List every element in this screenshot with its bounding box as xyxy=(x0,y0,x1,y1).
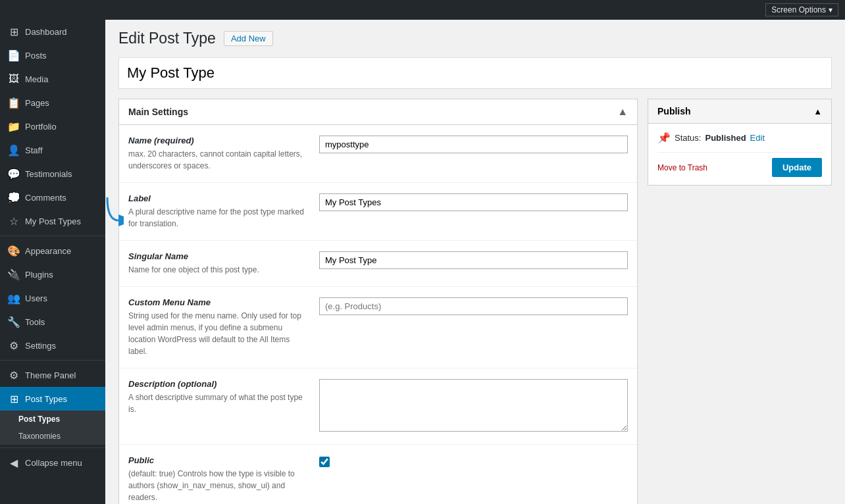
move-to-trash-link[interactable]: Move to Trash xyxy=(657,163,707,172)
sidebar-submenu-item-post-types[interactable]: Post Types xyxy=(0,411,105,428)
status-row: 📌 Status: Published Edit xyxy=(657,132,822,144)
field-label-col: Label A plural descriptive name for the … xyxy=(128,193,306,230)
field-input-col xyxy=(319,297,628,357)
field-label-singular: Singular Name xyxy=(128,251,306,261)
sidebar-item-pages[interactable]: 📋 Pages xyxy=(0,91,105,114)
media-icon: 🖼 xyxy=(8,73,20,85)
sidebar-item-label: Settings xyxy=(25,341,56,351)
sidebar-item-staff[interactable]: 👤 Staff xyxy=(0,138,105,162)
status-icon: 📌 xyxy=(657,132,671,144)
status-value: Published xyxy=(705,133,746,143)
staff-icon: 👤 xyxy=(8,144,20,156)
label-input[interactable] xyxy=(319,193,628,211)
sidebar-item-label: My Post Types xyxy=(25,216,81,226)
sidebar-item-collapse[interactable]: ◀ Collapse menu xyxy=(0,451,105,474)
sidebar: ⊞ Dashboard 📄 Posts 🖼 Media 📋 Pages 📁 Po… xyxy=(0,20,105,504)
sidebar-item-label: Theme Panel xyxy=(25,370,76,380)
sidebar-item-appearance[interactable]: 🎨 Appearance xyxy=(0,239,105,263)
field-row-singular-name: Singular Name Name for one object of thi… xyxy=(119,241,637,287)
sidebar-item-users[interactable]: 👥 Users xyxy=(0,286,105,310)
field-label-col: Name (required) max. 20 characters, cann… xyxy=(128,136,306,172)
publish-title: Publish xyxy=(657,106,691,116)
sidebar-item-dashboard[interactable]: ⊞ Dashboard xyxy=(0,20,105,43)
field-desc-name: max. 20 characters, cannot contain capit… xyxy=(128,148,306,172)
field-label-label: Label xyxy=(128,193,306,203)
sidebar-item-label: Comments xyxy=(25,193,66,203)
field-label-col: Singular Name Name for one object of thi… xyxy=(128,251,306,276)
field-input-col xyxy=(319,136,628,172)
update-button[interactable]: Update xyxy=(772,158,822,177)
field-input-col xyxy=(319,455,628,503)
users-icon: 👥 xyxy=(8,292,20,304)
settings-icon: ⚙ xyxy=(8,340,20,351)
sidebar-item-testimonials[interactable]: 💬 Testimonials xyxy=(0,162,105,186)
sidebar-item-label: Pages xyxy=(25,98,49,108)
main-layout: ⊞ Dashboard 📄 Posts 🖼 Media 📋 Pages 📁 Po… xyxy=(0,20,845,504)
my-post-types-icon: ☆ xyxy=(8,215,20,227)
collapse-icon: ◀ xyxy=(8,457,20,468)
sidebar-item-post-types[interactable]: ⊞ Post Types xyxy=(0,387,105,411)
content-area: Edit Post Type Add New Main Settings ▲ xyxy=(105,20,845,504)
sidebar-item-comments[interactable]: 💭 Comments xyxy=(0,186,105,209)
field-row-custom-menu: Custom Menu Name String used for the men… xyxy=(119,287,637,368)
sidebar-item-label: Testimonials xyxy=(25,169,72,179)
field-label-public: Public xyxy=(128,455,306,465)
sidebar-item-theme-panel[interactable]: ⚙ Theme Panel xyxy=(0,363,105,387)
sidebar-item-settings[interactable]: ⚙ Settings xyxy=(0,334,105,357)
field-desc-public: (default: true) Controls how the type is… xyxy=(128,468,306,503)
status-label: Status: xyxy=(675,133,701,143)
plugins-icon: 🔌 xyxy=(8,268,20,280)
field-input-col xyxy=(319,379,628,434)
sidebar-submenu-item-taxonomies[interactable]: Taxonomies xyxy=(0,428,105,445)
field-row-description: Description (optional) A short descripti… xyxy=(119,368,637,445)
page-title: Edit Post Type xyxy=(118,30,216,47)
sidebar-item-label: Staff xyxy=(25,145,43,155)
publish-actions: Move to Trash Update xyxy=(657,152,822,177)
sidebar-item-plugins[interactable]: 🔌 Plugins xyxy=(0,263,105,286)
screen-options-button[interactable]: Screen Options ▾ xyxy=(765,3,838,16)
public-checkbox[interactable] xyxy=(319,457,330,467)
sidebar-item-portfolio[interactable]: 📁 Portfolio xyxy=(0,114,105,138)
metabox-title: Main Settings xyxy=(128,107,188,117)
field-input-col xyxy=(319,251,628,276)
sidebar-item-posts[interactable]: 📄 Posts xyxy=(0,43,105,67)
publish-header[interactable]: Publish ▲ xyxy=(648,99,831,124)
submenu-label: Post Types xyxy=(18,415,60,424)
main-settings-header[interactable]: Main Settings ▲ xyxy=(119,99,637,125)
sidebar-item-label: Appearance xyxy=(25,246,71,256)
add-new-button[interactable]: Add New xyxy=(224,31,273,46)
field-row-label: Label A plural descriptive name for the … xyxy=(119,183,637,241)
status-edit-link[interactable]: Edit xyxy=(750,133,765,143)
screen-options-label: Screen Options xyxy=(771,5,826,14)
sidebar-item-tools[interactable]: 🔧 Tools xyxy=(0,310,105,334)
custom-menu-name-input[interactable] xyxy=(319,297,628,315)
main-column: Main Settings ▲ Name (required) max. 20 … xyxy=(118,99,638,504)
post-title-input[interactable] xyxy=(118,57,832,89)
singular-name-input[interactable] xyxy=(319,251,628,269)
sidebar-item-label: Dashboard xyxy=(25,27,67,37)
collapse-label: Collapse menu xyxy=(25,458,82,468)
side-column: Publish ▲ 📌 Status: Published Edit Move … xyxy=(648,99,832,504)
submenu-label: Taxonomies xyxy=(18,432,61,441)
sidebar-item-label: Users xyxy=(25,293,47,303)
top-bar: Screen Options ▾ xyxy=(0,0,845,20)
description-textarea[interactable] xyxy=(319,379,628,432)
appearance-icon: 🎨 xyxy=(8,245,20,257)
chevron-down-icon: ▾ xyxy=(829,5,832,14)
sidebar-item-my-post-types[interactable]: ☆ My Post Types xyxy=(0,209,105,233)
sidebar-item-label: Plugins xyxy=(25,270,53,280)
field-row-public: Public (default: true) Controls how the … xyxy=(119,445,637,504)
comments-icon: 💭 xyxy=(8,191,20,203)
field-label-col: Custom Menu Name String used for the men… xyxy=(128,297,306,357)
field-row-name: Name (required) max. 20 characters, cann… xyxy=(119,125,637,183)
theme-panel-icon: ⚙ xyxy=(8,369,20,381)
field-desc-singular: Name for one object of this post type. xyxy=(128,264,306,276)
sidebar-item-media[interactable]: 🖼 Media xyxy=(0,67,105,91)
sidebar-item-label: Tools xyxy=(25,317,45,327)
name-input[interactable] xyxy=(319,136,628,153)
field-desc-custom-menu: String used for the menu name. Only used… xyxy=(128,310,306,357)
field-input-col xyxy=(319,193,628,230)
dashboard-icon: ⊞ xyxy=(8,26,20,38)
publish-body: 📌 Status: Published Edit Move to Trash U… xyxy=(648,124,831,185)
sidebar-item-label: Media xyxy=(25,74,48,84)
